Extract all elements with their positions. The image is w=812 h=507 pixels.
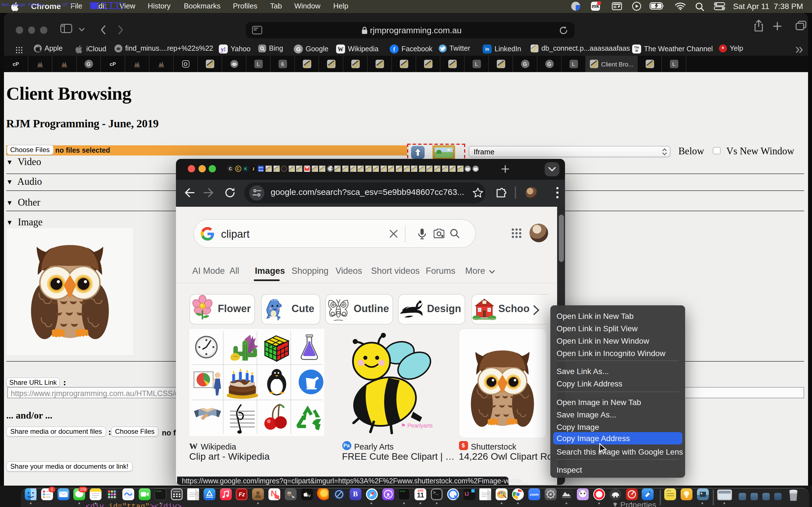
- svg-text:⚑ Pearlyarts: ⚑ Pearlyarts: [400, 422, 432, 429]
- svg-text:tv: tv: [307, 493, 310, 498]
